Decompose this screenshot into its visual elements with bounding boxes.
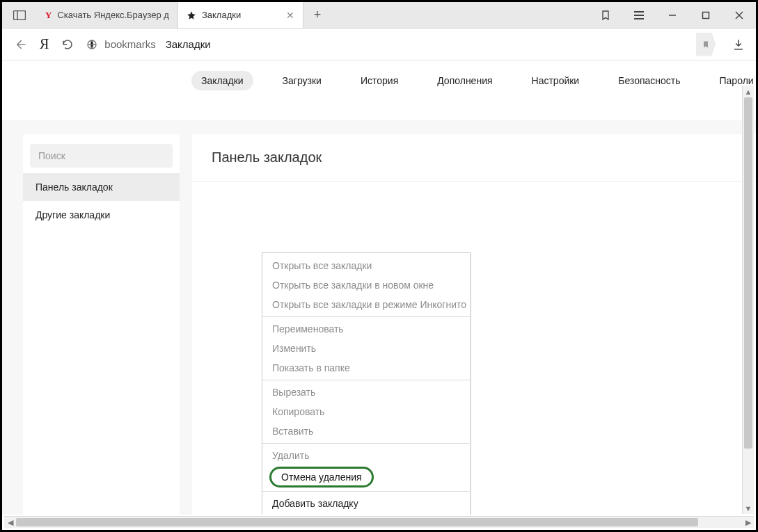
ctx-delete[interactable]: Удалить [262,446,470,465]
star-icon [187,10,196,20]
ctx-open-all-new-window[interactable]: Открыть все закладки в новом окне [262,275,470,295]
nav-downloads[interactable]: Загрузки [273,71,331,90]
ctx-separator [262,380,470,380]
settings-nav: Закладки Загрузки История Дополнения Нас… [2,63,756,98]
sidebar-item-other-bookmarks[interactable]: Другие закладки [23,201,180,229]
nav-passwords[interactable]: Пароли и карты [710,71,758,90]
svg-rect-0 [14,10,26,19]
nav-settings[interactable]: Настройки [522,71,590,90]
scroll-thumb[interactable] [744,97,752,449]
svg-rect-6 [703,12,709,18]
bookmarks-sidebar: Поиск Панель закладок Другие закладки [23,134,180,515]
bookmarks-main: Панель закладок Открыть все закладки Отк… [192,134,756,515]
yandex-icon: Y [45,10,52,21]
ctx-open-all[interactable]: Открыть все закладки [262,256,470,275]
toolbar: Я bookmarks Закладки [2,29,756,61]
sidebar-toggle-button[interactable] [2,2,37,28]
search-input[interactable]: Поиск [30,144,173,168]
tab-title: Закладки [202,10,241,20]
ctx-separator [262,491,470,492]
ctx-cut[interactable]: Вырезать [262,382,470,402]
page-title: Панель закладок [192,134,756,181]
ctx-add-bookmark[interactable]: Добавить закладку [262,494,470,513]
bookmarks-page: Поиск Панель закладок Другие закладки Па… [2,120,756,515]
scroll-down-icon[interactable]: ▼ [743,502,754,514]
ctx-separator [262,316,470,317]
window-maximize-button[interactable] [689,2,723,28]
downloads-button[interactable] [732,38,745,51]
tab-yandex-download[interactable]: Y Скачать Яндекс.Браузер д [37,2,178,28]
separator [192,181,756,182]
ctx-open-all-incognito[interactable]: Открыть все закладки в режиме Инкогнито [262,295,470,314]
reload-button[interactable] [61,38,74,51]
ctx-rename[interactable]: Переименовать [262,319,470,339]
tab-bar: Y Скачать Яндекс.Браузер д Закладки ✕ + [2,2,756,29]
scroll-thumb[interactable] [16,518,698,526]
ctx-show-in-folder[interactable]: Показать в папке [262,358,470,378]
browser-window: Y Скачать Яндекс.Браузер д Закладки ✕ + [0,0,758,532]
nav-history[interactable]: История [351,71,408,90]
ctx-edit[interactable]: Изменить [262,339,470,358]
search-placeholder: Поиск [38,150,65,161]
nav-addons[interactable]: Дополнения [427,71,502,90]
site-info-icon[interactable] [86,39,97,50]
tab-title: Скачать Яндекс.Браузер д [57,10,169,20]
window-close-button[interactable] [723,2,756,28]
address-label: Закладки [166,38,211,50]
address-path: bookmarks [104,38,155,50]
horizontal-scrollbar[interactable]: ◀ ▶ [4,516,754,528]
bookmarks-menu-button[interactable] [589,2,622,28]
ctx-separator [262,443,470,444]
nav-security[interactable]: Безопасность [608,71,690,90]
close-icon[interactable]: ✕ [286,10,294,21]
bookmark-page-button[interactable] [696,33,716,56]
sidebar-item-bookmarks-bar[interactable]: Панель закладок [23,173,180,201]
window-minimize-button[interactable] [656,2,689,28]
scroll-left-icon[interactable]: ◀ [4,518,16,527]
ctx-copy[interactable]: Копировать [262,402,470,421]
context-menu: Открыть все закладки Открыть все закладк… [262,252,471,515]
menu-button[interactable] [622,2,656,28]
vertical-scrollbar[interactable]: ▲ ▼ [742,86,754,514]
yandex-home-button[interactable]: Я [40,36,49,52]
ctx-paste[interactable]: Вставить [262,421,470,441]
tab-bookmarks[interactable]: Закладки ✕ [178,2,303,28]
new-tab-button[interactable]: + [303,2,331,28]
nav-bookmarks[interactable]: Закладки [191,71,253,90]
scroll-right-icon[interactable]: ▶ [742,518,754,527]
ctx-undo-delete[interactable]: Отмена удаления [269,467,374,487]
address-bar[interactable]: bookmarks Закладки [86,38,684,50]
back-button[interactable] [13,38,27,51]
ctx-add-folder[interactable]: Добавить папку [262,513,470,515]
